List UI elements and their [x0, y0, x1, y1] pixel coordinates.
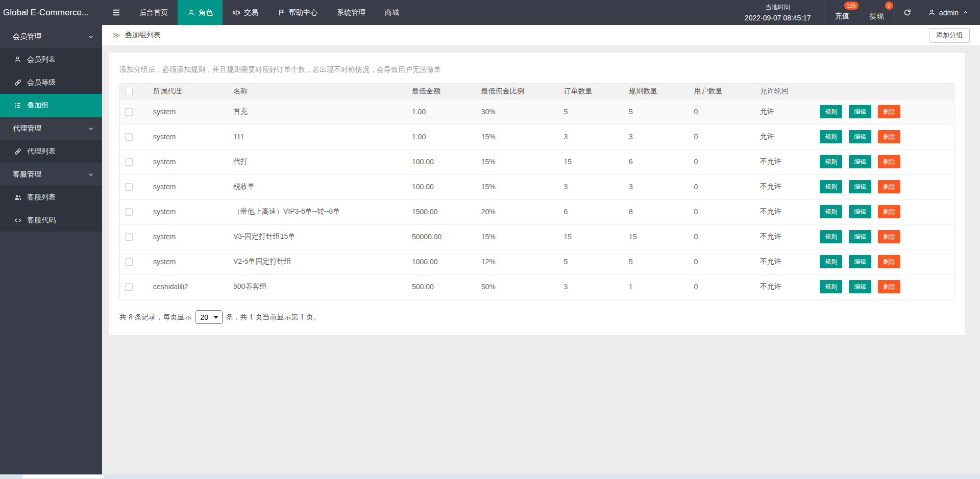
top-navigation: 后台首页 角色 交易 帮助中心 系统管理 商城 — [130, 0, 409, 25]
refresh-button[interactable] — [894, 0, 920, 25]
person-icon — [13, 56, 22, 63]
cell-agent: system — [148, 174, 228, 199]
cell-users: 0 — [689, 174, 755, 199]
rule-button[interactable]: 规则 — [820, 205, 842, 218]
horizontal-scrollbar-thumb[interactable] — [22, 475, 104, 478]
cell-cycle: 不允许 — [755, 199, 815, 224]
rule-button[interactable]: 规则 — [820, 255, 842, 268]
row-checkbox[interactable] — [125, 133, 133, 141]
person-icon — [187, 9, 195, 16]
user-menu[interactable]: admin — [920, 0, 980, 25]
topbar-right: 当地时间 2022-09-07 08:45:17 充值 135 提现 0 adm… — [731, 0, 980, 25]
main-content: ≫ 叠加组列表 添加分组 添加分组后，必须添加规则，并且规则需要对应好订单个数，… — [102, 25, 980, 474]
delete-button[interactable]: 删除 — [878, 130, 900, 143]
cell-agent: system — [148, 149, 228, 174]
link-icon — [13, 79, 22, 87]
row-checkbox[interactable] — [125, 258, 133, 266]
table-row: system V3-固定打针组15单 50000.00 15% 15 15 0 … — [120, 224, 954, 249]
cell-agent: system — [148, 124, 228, 149]
rule-button[interactable]: 规则 — [820, 155, 842, 168]
rule-button[interactable]: 规则 — [820, 180, 842, 193]
cell-agent: ceshidalili2 — [148, 274, 228, 299]
cell-users: 0 — [689, 249, 755, 274]
row-checkbox[interactable] — [125, 208, 133, 216]
sidebar-item-service-code[interactable]: 客服代码 — [0, 209, 102, 232]
cell-users: 0 — [689, 224, 755, 249]
cell-users: 0 — [689, 99, 755, 124]
edit-button[interactable]: 编辑 — [849, 230, 871, 243]
users-icon — [13, 193, 22, 201]
sidebar-group-agent[interactable]: 代理管理 — [0, 117, 102, 140]
cell-orders: 6 — [558, 199, 624, 224]
tip-text: 添加分组后，必须添加规则，并且规则需要对应好订单个数，若出现不对称情况，会导致用… — [119, 65, 954, 74]
edit-button[interactable]: 编辑 — [849, 180, 871, 193]
breadcrumb-arrows-icon: ≫ — [112, 31, 120, 40]
cell-cycle: 不允许 — [755, 149, 815, 174]
sidebar-item-stack-group[interactable]: 叠加组 — [0, 94, 102, 117]
cell-min-amount: 1.00 — [407, 99, 476, 124]
cell-min-commission: 20% — [476, 199, 559, 224]
row-checkbox[interactable] — [125, 108, 133, 116]
cell-min-commission: 30% — [476, 99, 559, 124]
nav-item-roles[interactable]: 角色 — [178, 0, 223, 25]
cell-rules: 5 — [624, 249, 689, 274]
rule-button[interactable]: 规则 — [820, 105, 842, 118]
col-cycle: 允许轮回 — [755, 84, 815, 99]
cell-min-commission: 15% — [476, 224, 559, 249]
sidebar-group-member[interactable]: 会员管理 — [0, 25, 102, 48]
edit-button[interactable]: 编辑 — [849, 255, 871, 268]
cell-min-amount: 1500.00 — [407, 199, 476, 224]
table-header-row: 所属代理 名称 最低金额 最低佣金比例 订单数量 规则数量 用户数量 允许轮回 — [120, 84, 954, 99]
edit-button[interactable]: 编辑 — [849, 155, 871, 168]
row-checkbox[interactable] — [125, 183, 133, 191]
chevron-down-icon — [88, 171, 94, 178]
nav-item-dashboard[interactable]: 后台首页 — [130, 0, 178, 25]
delete-button[interactable]: 删除 — [878, 180, 900, 193]
edit-button[interactable]: 编辑 — [849, 205, 871, 218]
edit-button[interactable]: 编辑 — [849, 280, 871, 293]
recharge-link[interactable]: 充值 135 — [825, 0, 860, 25]
delete-button[interactable]: 删除 — [878, 155, 900, 168]
table-row: system V2-5单固定打针组 1000.00 12% 5 5 0 不允许 … — [120, 249, 954, 274]
sidebar-group-service[interactable]: 客服管理 — [0, 163, 102, 186]
row-checkbox[interactable] — [125, 233, 133, 241]
pagination-suffix: 条，共 1 页当前显示第 1 页。 — [226, 313, 321, 322]
nav-item-system[interactable]: 系统管理 — [327, 0, 375, 25]
code-icon — [13, 216, 22, 224]
page-size-select[interactable]: 20 — [195, 310, 223, 324]
nav-item-trade[interactable]: 交易 — [223, 0, 268, 25]
nav-item-help-center[interactable]: 帮助中心 — [268, 0, 327, 25]
withdraw-link[interactable]: 提现 0 — [860, 0, 894, 25]
delete-button[interactable]: 删除 — [878, 230, 900, 243]
cell-rules: 5 — [624, 99, 689, 124]
col-min-amount: 最低金额 — [407, 84, 476, 99]
cell-agent: system — [148, 224, 228, 249]
sidebar-toggle-button[interactable] — [102, 0, 130, 25]
sidebar-item-member-list[interactable]: 会员列表 — [0, 48, 102, 71]
row-checkbox[interactable] — [125, 283, 133, 291]
rule-button[interactable]: 规则 — [820, 230, 842, 243]
list-icon — [13, 102, 22, 109]
cell-name: V2-5单固定打针组 — [228, 249, 407, 274]
pagination-prefix: 共 8 条记录，每页显示 — [119, 313, 192, 322]
delete-button[interactable]: 删除 — [878, 105, 900, 118]
cell-orders: 3 — [558, 174, 624, 199]
edit-button[interactable]: 编辑 — [849, 105, 871, 118]
username: admin — [939, 9, 959, 17]
rule-button[interactable]: 规则 — [820, 280, 842, 293]
delete-button[interactable]: 删除 — [878, 255, 900, 268]
delete-button[interactable]: 删除 — [878, 205, 900, 218]
nav-item-mall[interactable]: 商城 — [375, 0, 409, 25]
select-all-checkbox[interactable] — [125, 88, 133, 95]
horizontal-scrollbar-track[interactable] — [0, 474, 980, 479]
delete-button[interactable]: 删除 — [878, 280, 900, 293]
rule-button[interactable]: 规则 — [820, 130, 842, 143]
sidebar-item-agent-list[interactable]: 代理列表 — [0, 140, 102, 163]
cell-min-amount: 50000.00 — [407, 224, 476, 249]
app-title: Global E-Commerce... — [0, 0, 102, 25]
edit-button[interactable]: 编辑 — [849, 130, 871, 143]
row-checkbox[interactable] — [125, 158, 133, 166]
add-group-button[interactable]: 添加分组 — [929, 28, 970, 43]
sidebar-item-service-list[interactable]: 客服列表 — [0, 186, 102, 209]
sidebar-item-member-level[interactable]: 会员等级 — [0, 71, 102, 94]
